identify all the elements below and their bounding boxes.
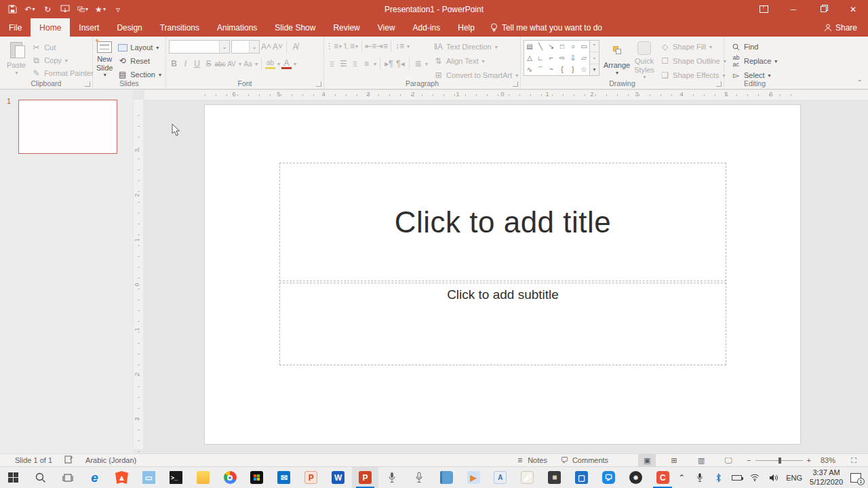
tab-transitions[interactable]: Transitions [151, 18, 208, 37]
tell-me-box[interactable]: Tell me what you want to do [484, 18, 609, 37]
text-direction-button[interactable]: ‖AText Direction▾ [432, 41, 519, 53]
columns-icon[interactable]: ≣ [413, 59, 423, 69]
font-color-button[interactable]: A [281, 59, 292, 69]
increase-indent-icon[interactable]: ⇥≡ [377, 41, 387, 52]
taskbar-movies-app[interactable]: ▢ [568, 467, 595, 488]
task-view-button[interactable] [54, 467, 81, 488]
taskbar-messenger[interactable]: 🗩 [595, 467, 623, 488]
language-indicator[interactable]: Arabic (Jordan) [85, 456, 136, 464]
shape-connector-icon[interactable]: ⌐ [546, 52, 557, 64]
font-size-combo[interactable]: ⌄ [231, 40, 260, 54]
slide-sorter-view-button[interactable]: ⊞ [665, 454, 683, 467]
shapes-scroll-up-icon[interactable]: ⌃ [590, 41, 599, 52]
undo-icon[interactable]: ↶▾ [24, 4, 35, 15]
decrease-font-size-icon[interactable]: A˅ [273, 42, 283, 52]
zoom-level[interactable]: 83% [821, 456, 835, 464]
taskbar-powerpoint[interactable]: P [352, 467, 379, 488]
taskbar-edge[interactable]: e [81, 467, 108, 488]
italic-button[interactable]: I [180, 59, 191, 69]
slide-canvas[interactable]: Click to add title Click to add subtitle [205, 105, 800, 444]
shape-arrow-right-icon[interactable]: ⇨ [557, 52, 568, 64]
tab-design[interactable]: Design [108, 18, 151, 37]
replace-button[interactable]: abacReplace▾ [730, 55, 865, 67]
clear-formatting-icon[interactable]: A̸ [290, 42, 300, 52]
tray-expand-icon[interactable]: ⌃ [676, 472, 687, 483]
comments-button[interactable]: 🗩Comments [558, 454, 610, 466]
shape-outline-button[interactable]: ☐Shape Outline▾ [658, 55, 728, 67]
minimize-button[interactable]: ─ [778, 0, 808, 18]
taskbar-word[interactable]: W [325, 467, 352, 488]
line-spacing-icon[interactable]: ↕≡ [395, 41, 405, 52]
restore-button[interactable] [808, 0, 838, 18]
normal-view-button[interactable]: ▣ [638, 454, 656, 467]
character-spacing-button[interactable]: AV [226, 59, 237, 69]
taskbar-chrome[interactable] [216, 467, 243, 488]
shape-elbow-icon[interactable]: ∟ [535, 52, 546, 64]
redo-icon[interactable]: ↻ [42, 4, 53, 15]
numbering-icon[interactable]: ⒈≡ [343, 41, 353, 52]
shape-rectangle-icon[interactable]: □ [557, 41, 568, 52]
decrease-indent-icon[interactable]: ⇤≡ [366, 41, 376, 52]
tab-help[interactable]: Help [449, 18, 484, 37]
increase-font-size-icon[interactable]: A˄ [261, 42, 271, 52]
shape-scribble-icon[interactable]: ∿ [524, 64, 535, 75]
strikethrough-button[interactable]: abc [215, 59, 225, 69]
shape-arrow-icon[interactable]: ↘ [546, 41, 557, 52]
touch-mode-icon[interactable] [60, 4, 71, 15]
language-switcher[interactable]: ENG [786, 474, 802, 482]
notes-button[interactable]: ≡Notes [513, 454, 549, 466]
format-painter-button[interactable]: ✎Format Painter [30, 67, 95, 79]
taskbar-microsoft-store[interactable] [243, 467, 271, 488]
arrange-button[interactable]: Arrange▾ [604, 40, 630, 78]
taskbar-app-window[interactable]: ▭ [135, 467, 162, 488]
taskbar-obs[interactable]: ❋ [622, 467, 649, 488]
taskbar-camtasia[interactable]: C [649, 467, 676, 488]
ribbon-display-options-icon[interactable] [749, 0, 778, 18]
font-name-combo[interactable]: ⌄ [169, 40, 230, 54]
slide-thumbnail-panel[interactable]: 1 [0, 89, 133, 453]
layout-button[interactable]: Layout▾ [116, 41, 163, 54]
taskbar-character-app[interactable]: A [487, 467, 514, 488]
zoom-slider[interactable]: − + [747, 456, 811, 464]
action-center-icon[interactable]: 1 [850, 472, 861, 483]
taskbar-notebook-app[interactable] [433, 467, 460, 488]
collapse-ribbon-icon[interactable]: ⌃ [857, 79, 863, 86]
underline-button[interactable]: U [192, 59, 202, 69]
align-center-icon[interactable]: ☰ [338, 59, 349, 69]
reading-view-button[interactable]: ▥ [692, 454, 710, 467]
shapes-scroll-down-icon[interactable]: ⌄ [590, 52, 599, 64]
taskbar-voice-recorder[interactable] [378, 467, 406, 488]
clock[interactable]: 3:37 AM 5/12/2020 [810, 468, 843, 487]
taskbar-microphone-app[interactable] [406, 467, 433, 488]
tray-microphone-icon[interactable] [694, 472, 705, 483]
shapes-more-icon[interactable]: ▼ [590, 64, 599, 75]
battery-icon[interactable] [731, 472, 742, 483]
align-right-icon[interactable]: Ⲷ [350, 59, 360, 69]
subtitle-placeholder[interactable]: Click to add subtitle [279, 283, 726, 365]
taskbar-media-player[interactable]: ▶ [460, 467, 487, 488]
taskbar-brave[interactable]: ▲ [108, 467, 136, 488]
shape-arrow-down-icon[interactable]: ⇩ [568, 52, 578, 64]
copy-button[interactable]: ⧉Copy▾ [30, 54, 95, 66]
shapes-gallery[interactable]: ▤ ╲ ↘ □ ○ ▭ △ ∟ ⌐ ⇨ ⇩ ▱ ∿ ⌒ ~ { } [524, 40, 590, 76]
shape-triangle-icon[interactable]: △ [524, 52, 535, 64]
shape-arc-icon[interactable]: ⌒ [535, 64, 546, 75]
shape-brace-right-icon[interactable]: } [568, 64, 578, 75]
tab-home[interactable]: Home [31, 18, 70, 37]
highlight-color-button[interactable]: ab [265, 59, 275, 69]
tab-view[interactable]: View [369, 18, 404, 37]
zoom-out-icon[interactable]: − [747, 456, 751, 464]
customize-qat-icon[interactable]: ▿ [113, 4, 123, 15]
clipboard-dialog-launcher[interactable] [85, 81, 90, 87]
tab-add-ins[interactable]: Add-ins [404, 18, 450, 37]
align-text-button[interactable]: ⇅Align Text▾ [432, 55, 519, 67]
shape-textbox-icon[interactable]: ▤ [524, 41, 535, 52]
cut-button[interactable]: ✂Cut [30, 41, 95, 54]
reset-button[interactable]: ⟲Reset [116, 55, 163, 67]
tab-insert[interactable]: Insert [70, 18, 108, 37]
taskbar-paint[interactable]: 🖌 [514, 467, 541, 488]
zoom-slider-thumb[interactable] [778, 458, 781, 464]
proofing-icon[interactable] [64, 455, 73, 465]
new-slide-button[interactable]: New Slide▾ [96, 40, 113, 78]
tab-animations[interactable]: Animations [208, 18, 266, 37]
